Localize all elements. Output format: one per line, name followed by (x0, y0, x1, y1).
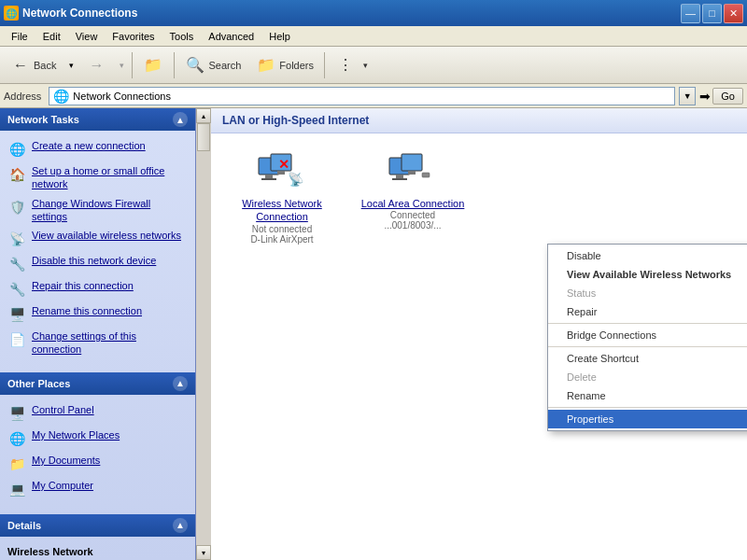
sidebar-item-disable-device-label: Disable this network device (32, 254, 156, 267)
wireless-connection-status: Not connected (252, 224, 313, 234)
connection-wireless[interactable]: 📡 ✕ Wireless Network Connection Not conn… (226, 148, 338, 245)
details-title: Wireless Network (4, 542, 191, 560)
sidebar-item-control-panel-label: Control Panel (32, 403, 94, 416)
svg-rect-9 (392, 178, 407, 180)
address-dropdown[interactable]: ▼ (679, 87, 696, 105)
sidebar-item-my-documents-label: My Documents (32, 454, 100, 467)
sidebar-item-control-panel[interactable]: 🖥️ Control Panel (4, 400, 191, 426)
network-tasks-chevron[interactable]: ▲ (173, 112, 188, 127)
scroll-up-button[interactable]: ▴ (196, 108, 211, 123)
sidebar-section-network-tasks: Network Tasks ▲ 🌐 Create a new connectio… (0, 108, 195, 365)
my-documents-icon: 📁 (7, 455, 26, 473)
firewall-icon: 🛡️ (7, 198, 26, 217)
ctx-create-shortcut[interactable]: Create Shortcut (548, 349, 747, 368)
svg-rect-8 (396, 175, 403, 178)
ctx-separator-2 (548, 346, 747, 347)
search-label: Search (208, 60, 241, 71)
sidebar-section-other-places: Other Places ▲ 🖥️ Control Panel 🌐 My Net… (0, 372, 195, 507)
sidebar-item-disable-device[interactable]: 🔧 Disable this network device (4, 251, 191, 276)
scroll-down-button[interactable]: ▾ (196, 545, 211, 560)
window-controls: — □ ✕ (681, 4, 743, 23)
toolbar-separator-1 (132, 52, 133, 78)
connections-grid: 📡 ✕ Wireless Network Connection Not conn… (211, 133, 747, 259)
sidebar-item-setup-home[interactable]: 🏠 Set up a home or small office network (4, 161, 191, 194)
sidebar-item-repair[interactable]: 🔧 Repair this connection (4, 276, 191, 301)
up-button[interactable]: 📁 (136, 50, 170, 80)
back-dropdown[interactable]: ▾ (64, 50, 78, 80)
other-places-chevron[interactable]: ▲ (173, 376, 188, 391)
setup-home-icon: 🏠 (7, 165, 26, 184)
wireless-connection-name: Wireless Network Connection (226, 197, 338, 224)
sidebar-item-rename-label: Rename this connection (32, 304, 142, 317)
change-settings-icon: 📄 (7, 330, 26, 349)
minimize-button[interactable]: — (681, 4, 700, 23)
sidebar-item-my-computer[interactable]: 💻 My Computer (4, 476, 191, 501)
folders-button[interactable]: 📁 Folders (249, 50, 320, 80)
network-tasks-items: 🌐 Create a new connection 🏠 Set up a hom… (0, 131, 195, 365)
sidebar-item-setup-home-label: Set up a home or small office network (32, 164, 188, 191)
views-icon: ⋮ (335, 55, 356, 76)
sidebar: Network Tasks ▲ 🌐 Create a new connectio… (0, 108, 196, 560)
repair-icon: 🔧 (7, 280, 26, 299)
window-icon: 🌐 (4, 6, 19, 21)
views-dropdown[interactable]: ▾ (359, 50, 372, 80)
my-network-icon: 🌐 (7, 429, 26, 448)
sidebar-item-firewall[interactable]: 🛡️ Change Windows Firewall settings (4, 194, 191, 227)
sidebar-item-view-wireless[interactable]: 📡 View available wireless networks (4, 226, 191, 251)
forward-dropdown[interactable]: ▾ (115, 50, 128, 80)
menu-view[interactable]: View (68, 29, 106, 44)
control-panel-icon: 🖥️ (7, 404, 26, 423)
views-button[interactable]: ⋮ ▾ (329, 50, 378, 80)
content-area: LAN or High-Speed Internet 📡 (211, 108, 747, 560)
ctx-view-wireless[interactable]: View Available Wireless Networks (548, 265, 747, 284)
svg-text:✕: ✕ (278, 157, 289, 172)
forward-button[interactable]: → (79, 50, 113, 80)
ctx-disable[interactable]: Disable (548, 246, 747, 265)
forward-icon: → (86, 55, 106, 76)
other-places-header[interactable]: Other Places ▲ (0, 372, 195, 395)
sidebar-item-my-network[interactable]: 🌐 My Network Places (4, 426, 191, 451)
ctx-repair[interactable]: Repair (548, 302, 747, 321)
folders-icon: 📁 (256, 55, 276, 76)
details-chevron[interactable]: ▲ (173, 518, 188, 533)
sidebar-item-rename[interactable]: 🖥️ Rename this connection (4, 301, 191, 327)
network-tasks-label: Network Tasks (7, 114, 79, 125)
local-area-connection-adapter: ...001/8003/... (384, 220, 441, 231)
context-menu: Disable View Available Wireless Networks… (547, 244, 747, 431)
network-tasks-header[interactable]: Network Tasks ▲ (0, 108, 195, 131)
sidebar-scrollbar[interactable]: ▴ ▾ (196, 108, 211, 560)
main-container: Network Tasks ▲ 🌐 Create a new connectio… (0, 108, 747, 560)
menu-favorites[interactable]: Favorites (105, 29, 162, 44)
details-header[interactable]: Details ▲ (0, 514, 195, 537)
menu-edit[interactable]: Edit (35, 29, 68, 44)
sidebar-item-my-documents[interactable]: 📁 My Documents (4, 451, 191, 476)
menu-advanced[interactable]: Advanced (201, 29, 261, 44)
go-button[interactable]: Go (712, 88, 743, 105)
ctx-properties[interactable]: Properties (548, 410, 747, 428)
ctx-bridge-connections[interactable]: Bridge Connections (548, 326, 747, 344)
sidebar-item-my-computer-label: My Computer (32, 479, 93, 492)
address-input-wrapper[interactable]: 🌐 Network Connections (49, 87, 675, 105)
menu-help[interactable]: Help (261, 29, 298, 44)
sidebar-item-create-connection[interactable]: 🌐 Create a new connection (4, 136, 191, 161)
sidebar-item-create-connection-label: Create a new connection (32, 139, 146, 152)
maximize-button[interactable]: □ (702, 4, 722, 23)
back-button[interactable]: ← Back (4, 50, 63, 80)
svg-rect-2 (261, 178, 276, 180)
wireless-connection-icon: 📡 ✕ (258, 148, 306, 193)
close-button[interactable]: ✕ (724, 4, 743, 23)
other-places-label: Other Places (7, 378, 70, 389)
ctx-rename[interactable]: Rename (548, 386, 747, 405)
scroll-thumb[interactable] (197, 123, 210, 151)
search-button[interactable]: 🔍 Search (178, 50, 247, 80)
sidebar-item-repair-label: Repair this connection (32, 279, 134, 292)
connection-local-area[interactable]: Local Area Connection Connected ...001/8… (357, 148, 469, 231)
ctx-delete: Delete (548, 368, 747, 386)
rename-icon: 🖥️ (7, 305, 26, 324)
menu-tools[interactable]: Tools (162, 29, 202, 44)
menu-file[interactable]: File (4, 29, 35, 44)
svg-rect-10 (402, 154, 422, 171)
go-button-wrapper[interactable]: ➡ Go (699, 88, 743, 105)
sidebar-item-change-settings[interactable]: 📄 Change settings of this connection (4, 327, 191, 359)
ctx-separator-3 (548, 407, 747, 408)
